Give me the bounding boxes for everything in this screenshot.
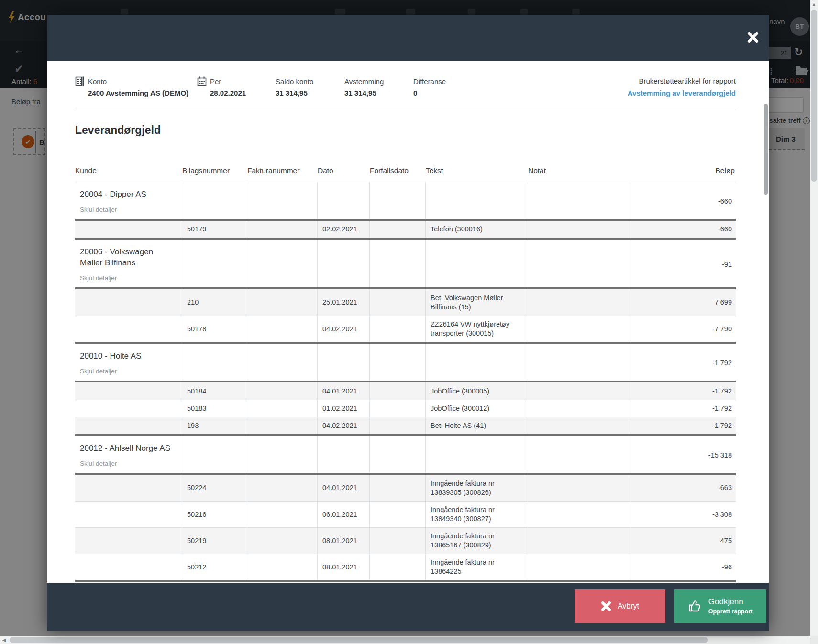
detail-tekst: Inngående faktura nr 13865167 (300829) xyxy=(426,528,528,554)
col-tekst: Tekst xyxy=(426,166,528,175)
detail-kunde-cell xyxy=(75,475,182,501)
detail-fakturanummer xyxy=(247,382,318,400)
detail-tekst: Inngående faktura nr 13849340 (300827) xyxy=(426,502,528,527)
empty-cell xyxy=(370,436,426,473)
empty-cell xyxy=(247,182,318,219)
detail-row: 19304.02.2021Bet. Holte AS (41)1 792 xyxy=(75,417,736,436)
detail-belop: -663 xyxy=(630,475,736,501)
konto-value: 2400 Avstemming AS (DEMO) xyxy=(75,89,197,97)
approve-label: Godkjenn xyxy=(708,597,752,607)
empty-cell xyxy=(318,344,370,381)
detail-dato: 04.02.2021 xyxy=(318,417,370,434)
col-bilagsnummer: Bilagsnummer xyxy=(182,166,247,175)
differanse-summary: Differanse 0 xyxy=(413,77,446,97)
col-belop: Beløp xyxy=(630,166,736,175)
group-kunde-cell: 20006 - Volkswagen Møller BilfinansSkjul… xyxy=(75,240,182,287)
vertical-scrollbar[interactable]: ▲ xyxy=(810,0,818,636)
empty-cell xyxy=(318,182,370,219)
scroll-up-arrow[interactable]: ▲ xyxy=(810,0,818,8)
group-name: 20010 - Holte AS xyxy=(80,350,177,361)
group-kunde-cell: 20010 - Holte ASSkjul detaljer xyxy=(75,344,182,381)
report-title: Leverandørgjeld xyxy=(75,123,736,137)
page: Accou navn BT ← ✔ Antall:6 21 ↻ ⁞ Total:… xyxy=(0,0,818,644)
detail-bilagsnummer: 50219 xyxy=(182,528,247,554)
detail-bilagsnummer: 50212 xyxy=(182,554,247,580)
detail-bilagsnummer: 50184 xyxy=(182,382,247,400)
empty-cell xyxy=(426,436,528,473)
detail-kunde-cell xyxy=(75,554,182,580)
detail-notat xyxy=(528,221,630,238)
toggle-details-link[interactable]: Skjul detaljer xyxy=(80,367,177,376)
detail-dato: 04.01.2021 xyxy=(318,382,370,400)
detail-dato: 04.01.2021 xyxy=(318,475,370,501)
detail-notat xyxy=(528,382,630,400)
group-amount: -1 792 xyxy=(630,344,736,381)
detail-fakturanummer xyxy=(247,502,318,527)
detail-row: 5021208.01.2021Inngående faktura nr 1386… xyxy=(75,554,736,582)
empty-cell xyxy=(426,182,528,219)
detail-dato: 06.01.2021 xyxy=(318,502,370,527)
group-name: 20006 - Volkswagen Møller Bilfinans xyxy=(80,246,177,268)
detail-fakturanummer xyxy=(247,316,318,342)
report-table: Kunde Bilagsnummer Fakturanummer Dato Fo… xyxy=(75,137,736,582)
horizontal-scrollbar[interactable]: ◀ ▶ xyxy=(0,636,818,644)
avstemming-value: 31 314,95 xyxy=(344,89,413,97)
detail-forfallsdato xyxy=(370,502,426,527)
calendar-icon xyxy=(197,76,207,86)
detail-kunde-cell xyxy=(75,316,182,342)
approve-button[interactable]: Godkjenn Opprett rapport xyxy=(674,589,766,623)
empty-cell xyxy=(318,436,370,473)
detail-notat xyxy=(528,417,630,434)
empty-cell xyxy=(370,240,426,287)
detail-kunde-cell xyxy=(75,417,182,434)
toggle-details-link[interactable]: Skjul detaljer xyxy=(80,459,177,468)
dialog-scroll-thumb[interactable] xyxy=(764,104,768,195)
dialog-body: Konto 2400 Avstemming AS (DEMO) xyxy=(47,61,769,583)
group-kunde-cell: 20012 - Ahlsell Norge ASSkjul detaljer xyxy=(75,436,182,473)
detail-belop: -3 308 xyxy=(630,502,736,527)
per-summary: Per 28.02.2021 xyxy=(197,77,276,97)
scroll-left-arrow[interactable]: ◀ xyxy=(0,636,8,644)
detail-notat xyxy=(528,554,630,580)
avstemming-summary: Avstemming 31 314,95 xyxy=(344,77,413,97)
empty-cell xyxy=(182,344,247,381)
detail-dato: 01.02.2021 xyxy=(318,400,370,417)
per-label: Per xyxy=(210,77,221,86)
empty-cell xyxy=(528,240,630,287)
horizontal-scroll-thumb[interactable] xyxy=(10,637,708,643)
report-dialog: Konto 2400 Avstemming AS (DEMO) xyxy=(47,15,769,631)
close-icon[interactable] xyxy=(747,31,760,44)
empty-cell xyxy=(426,344,528,381)
detail-belop: -660 xyxy=(630,221,736,238)
cancel-button[interactable]: Avbryt xyxy=(575,589,665,623)
toggle-details-link[interactable]: Skjul detaljer xyxy=(80,273,177,283)
differanse-value: 0 xyxy=(413,89,446,97)
scrollbar-corner xyxy=(810,636,818,644)
detail-tekst: Bet. Holte AS (41) xyxy=(426,417,528,434)
detail-row: 5021606.01.2021Inngående faktura nr 1384… xyxy=(75,501,736,527)
detail-belop: 475 xyxy=(630,528,736,554)
detail-fakturanummer xyxy=(247,221,318,238)
col-kunde: Kunde xyxy=(75,166,182,175)
detail-fakturanummer xyxy=(247,554,318,580)
col-notat: Notat xyxy=(528,166,630,175)
empty-cell xyxy=(182,436,247,473)
thumbs-up-icon xyxy=(687,599,703,614)
konto-label: Konto xyxy=(88,77,107,86)
detail-row: 5017804.02.2021ZZ26164 VW nyttkjøretøy t… xyxy=(75,316,736,344)
detail-forfallsdato xyxy=(370,417,426,434)
group-row: 20012 - Ahlsell Norge ASSkjul detaljer-1… xyxy=(75,436,736,475)
detail-tekst: Inngående faktura nr 13839305 (300826) xyxy=(426,475,528,501)
detail-forfallsdato xyxy=(370,400,426,417)
help-link[interactable]: Avstemming av leverandørgjeld xyxy=(628,89,736,97)
group-row: 20004 - Dipper ASSkjul detaljer-660 xyxy=(75,182,736,221)
dialog-footer: Avbryt Godkjenn Opprett rapport xyxy=(47,583,769,631)
empty-cell xyxy=(247,240,318,287)
toggle-details-link[interactable]: Skjul detaljer xyxy=(80,205,177,214)
col-forfallsdato: Forfallsdato xyxy=(370,166,426,175)
approve-sublabel: Opprett rapport xyxy=(708,608,752,615)
vertical-scroll-thumb[interactable] xyxy=(811,10,817,182)
col-dato: Dato xyxy=(318,166,370,175)
empty-cell xyxy=(528,436,630,473)
detail-bilagsnummer: 210 xyxy=(182,289,247,316)
